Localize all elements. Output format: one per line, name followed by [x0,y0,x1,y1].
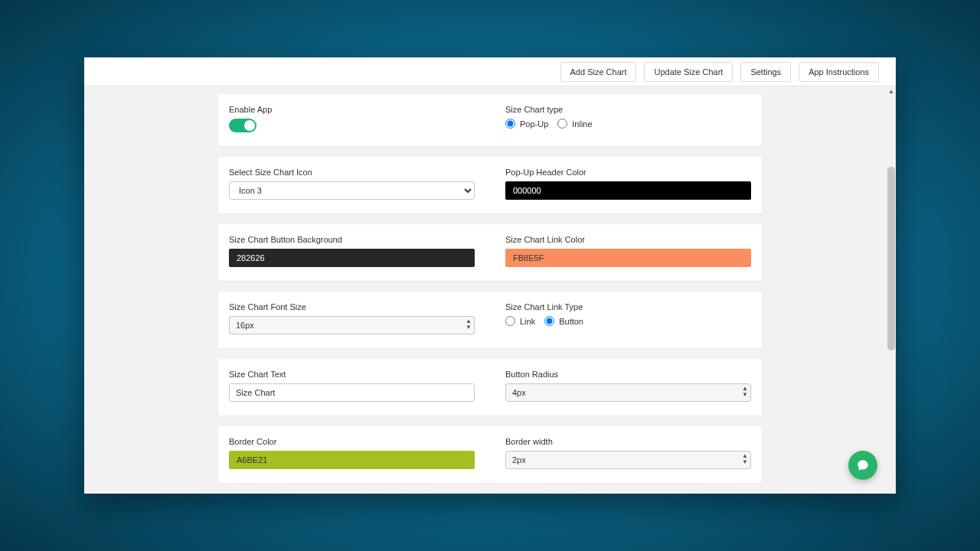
topbar: Add Size Chart Update Size Chart Setting… [84,57,896,86]
border-color-label: Border Color [229,437,475,446]
panel-text-radius: Size Chart Text Button Radius 4px ▲▼ [218,359,762,416]
button-bg-input[interactable]: 282626 [229,249,475,267]
font-size-input[interactable]: 16px ▲▼ [229,316,475,334]
font-size-label: Size Chart Font Size [229,302,475,311]
button-radius-label: Button Radius [505,370,751,379]
app-window: Add Size Chart Update Size Chart Setting… [84,57,896,494]
scroll-up-icon[interactable]: ▲ [888,88,894,95]
size-chart-text-input[interactable] [229,383,475,402]
type-inline-label: Inline [572,119,592,129]
button-bg-label: Size Chart Button Background [229,235,475,244]
update-size-chart-button[interactable]: Update Size Chart [644,62,733,82]
add-size-chart-button[interactable]: Add Size Chart [560,62,637,82]
scrollbar-thumb[interactable] [887,167,895,350]
border-color-input[interactable]: A6BE21 [229,451,475,469]
link-type-button-label: Button [559,317,583,326]
size-chart-type-label: Size Chart type [505,105,751,114]
select-icon-dropdown[interactable]: Icon 3 [229,181,475,200]
chat-icon [856,458,870,472]
scrollbar[interactable]: ▲ [887,86,896,494]
size-chart-text-label: Size Chart Text [229,370,475,379]
panel-bordercolor-width: Border Color A6BE21 Border width 2px ▲▼ [218,426,762,483]
border-width-input[interactable]: 2px ▲▼ [505,451,751,469]
type-popup-radio[interactable] [505,119,515,129]
panel-enable-type: Enable App Size Chart type Pop-Up Inline [218,94,762,146]
panel-buttonbg-linkcolor: Size Chart Button Background 282626 Size… [218,224,762,281]
border-width-label: Border width [505,437,751,446]
popup-header-color-input[interactable]: 000000 [505,181,751,200]
stepper-icon[interactable]: ▲▼ [742,453,748,465]
link-type-button-radio[interactable] [544,316,554,326]
link-type-link-label: Link [520,317,535,326]
app-instructions-button[interactable]: App Instructions [799,62,879,82]
link-color-label: Size Chart Link Color [505,235,751,244]
size-chart-type-radios: Pop-Up Inline [505,119,751,129]
chat-widget-button[interactable] [848,451,877,480]
button-radius-input[interactable]: 4px ▲▼ [505,383,751,402]
enable-app-label: Enable App [229,105,475,114]
link-type-link-radio[interactable] [505,316,515,326]
link-color-input[interactable]: FB8E5F [505,249,751,267]
content-area: Enable App Size Chart type Pop-Up Inline… [84,86,896,494]
type-popup-label: Pop-Up [520,119,548,129]
stepper-icon[interactable]: ▲▼ [466,318,472,331]
panel-fontsize-linktype: Size Chart Font Size 16px ▲▼ Size Chart … [218,292,762,348]
settings-button[interactable]: Settings [740,62,791,82]
enable-app-toggle[interactable] [229,119,256,132]
link-type-label: Size Chart Link Type [505,302,751,311]
select-icon-label: Select Size Chart Icon [229,168,475,177]
popup-header-color-label: Pop-Up Header Color [505,168,751,177]
link-type-radios: Link Button [505,316,751,326]
panel-icon-header: Select Size Chart Icon Icon 3 Pop-Up Hea… [218,157,762,214]
type-inline-radio[interactable] [557,119,567,129]
stepper-icon[interactable]: ▲▼ [742,386,748,398]
